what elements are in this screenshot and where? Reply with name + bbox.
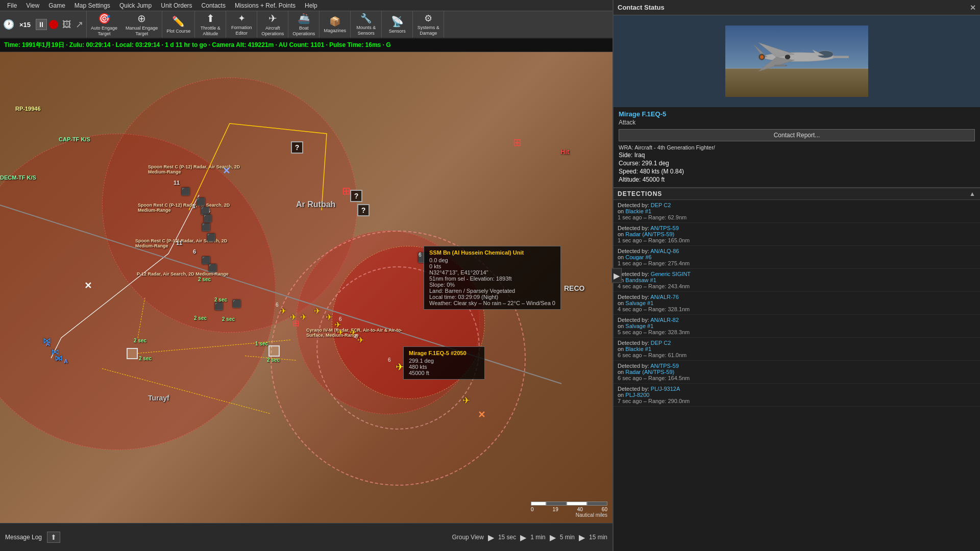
contact-status-title: Contact Status [618,4,665,11]
yellow-unit-2[interactable]: ✈ [290,312,297,322]
contact-status-close[interactable]: ✕ [970,4,976,12]
expand-map-button[interactable]: ▶ [611,268,622,283]
pointer-icon[interactable]: ↗ [76,19,83,30]
menu-contacts[interactable]: Contacts [198,1,230,10]
manual-engage-button[interactable]: ⊕ Manual EngageTarget [121,11,162,38]
det-by-1[interactable]: AN/TPS-59 [650,225,679,231]
magazines-button[interactable]: 📦 Magazines [320,11,350,38]
yellow-unit-3[interactable]: ✈ [300,312,307,322]
mounts-button[interactable]: 🔧 Mounts &Sensors [351,11,381,38]
det-on-8[interactable]: PLJ-8200 [625,392,649,398]
formation-editor-button[interactable]: ✦ FormationEditor [226,11,257,38]
menu-unit-orders[interactable]: Unit Orders [157,1,196,10]
waypoint-1[interactable] [127,348,138,359]
yellow-unit-5[interactable]: ✈ [326,312,332,322]
det-by-4[interactable]: AN/ALR-76 [650,294,679,300]
menu-game[interactable]: Game [44,1,69,10]
det-range-1: – Range: 165.0nm [644,237,690,243]
det-by-8[interactable]: PL/J-9312A [651,386,680,392]
crosshair-white-1[interactable]: ✕ [84,280,92,291]
menu-view[interactable]: View [22,1,43,10]
yellow-unit-1[interactable]: ✈ [280,306,286,316]
red-unit-6[interactable]: ⬛ [207,233,215,241]
mounts-label: Mounts &Sensors [356,25,376,36]
play-15min[interactable]: ▶ [579,533,585,542]
detections-list[interactable]: Detected by: DEP C2 on Blackie #1 1 sec … [614,200,980,551]
red-unit-3[interactable]: ⬛ [201,207,209,215]
aircraft-ops-button[interactable]: ✈ AircraftOperations [257,11,288,38]
red-unit-5[interactable]: ⬛ [202,223,210,231]
det-on-6[interactable]: Blackie #1 [625,346,651,352]
det-on-7[interactable]: Radar (AN/TPS-59) [625,369,674,375]
mounts-icon: 🔧 [360,13,372,24]
systems-damage-button[interactable]: ⚙ Systems &Damage [413,11,444,38]
boat-ops-label: BoatOperations [292,26,315,37]
contact-unit-name[interactable]: Mirage F.1EQ-5 [619,110,975,118]
det-time-4: 4 sec ago [618,306,642,312]
detections-collapse[interactable]: ▲ [969,190,976,197]
red-unit-4[interactable]: ⬛ [203,214,212,222]
unknown-unit-3[interactable]: ? [357,204,370,216]
blue-unit-1[interactable]: ⋈ [43,336,51,345]
red-unit-10[interactable]: ⬛ [214,302,223,310]
play-15sec[interactable]: ▶ [488,533,494,542]
det-time-5: 5 sec ago [618,329,642,335]
red-unit-2[interactable]: ⬛ [197,197,205,206]
yellow-unit-lone[interactable]: ✈ [462,395,470,406]
time-5min: 5 min [560,534,575,541]
crosshair-orange-1[interactable]: ✕ [478,409,485,420]
det-on-1[interactable]: Radar (AN/TPS-59) [625,231,674,237]
det-by-6[interactable]: DEP C2 [651,340,671,346]
menu-help[interactable]: Help [301,1,322,10]
det-by-5[interactable]: AN/ALR-82 [650,317,679,323]
speed-value: Speed: 480 kts (M 0.84) [619,168,684,175]
ssm-weather: Weather: Clear sky – No rain – 22°C – Wi… [429,300,555,306]
pause-button[interactable]: ⏸ [36,19,47,30]
scale-0: 0 [531,507,534,512]
det-on-5[interactable]: Salvage #1 [625,323,653,329]
det-on-2[interactable]: Cougar #6 [625,254,651,260]
record-button[interactable] [49,20,58,29]
auto-engage-button[interactable]: 🎯 Auto EngageTarget [87,11,121,38]
boat-ops-button[interactable]: 🚢 BoatOperations [288,11,319,38]
menu-quick-jump[interactable]: Quick Jump [115,1,156,10]
unknown-unit-2[interactable]: ? [350,190,362,202]
message-log-label[interactable]: Message Log [5,534,42,541]
det-on-0[interactable]: Blackie #1 [625,208,651,214]
red-unit-9[interactable]: ⬛ [232,299,241,308]
det-by-0[interactable]: DEP C2 [651,202,671,208]
red-unit-large-2[interactable]: ⊞ [513,136,522,148]
det-by-2[interactable]: AN/ALQ-86 [650,248,679,254]
map-area[interactable]: Ar Rutbah Turayf RP-19946 CAP-TF K/S DEC… [0,52,612,551]
info-row-altitude: Altitude: 45000 ft [619,176,975,183]
menu-missions[interactable]: Missions + Ref. Points [231,1,300,10]
play-1min[interactable]: ▶ [520,533,526,542]
contact-report-button[interactable]: Contact Report... [619,129,975,141]
red-unit-7[interactable]: ⬛ [202,256,210,264]
sensors-button[interactable]: 📡 Sensors [382,11,412,38]
yellow-unit-4[interactable]: ✈ [314,306,321,316]
wra-value: WRA: Aircraft - 4th Generation Fighter/ [619,144,715,151]
upload-button[interactable]: ⬆ [47,532,60,543]
plot-course-button[interactable]: ✏️ Plot Course [162,11,194,38]
ssm-terrain: Land: Barren / Sparsely Vegetated [429,288,555,294]
red-unit-8[interactable]: ⬛ [208,264,217,272]
det-by-3[interactable]: Generic SIGINT [651,271,691,277]
yellow-unit-7[interactable]: ✈ [337,328,344,337]
screenshot-icon[interactable]: 🖼 [62,19,71,30]
play-5min[interactable]: ▶ [550,533,556,542]
unknown-unit-1[interactable]: ? [291,141,303,154]
crosshair-blue-1[interactable]: ✕ [223,165,230,177]
yellow-unit-9[interactable]: ✈ [357,335,364,345]
det-by-7[interactable]: AN/TPS-59 [650,363,679,369]
waypoint-2[interactable] [268,345,280,357]
unit-count-label-w: 6 [388,357,391,363]
det-on-4[interactable]: Salvage #1 [625,300,653,306]
menu-file[interactable]: File [3,1,21,10]
throttle-button[interactable]: ⬆ Throttle &Altitude [195,11,226,38]
det-on-3[interactable]: Bandsaw #1 [625,277,656,283]
menu-map-settings[interactable]: Map Settings [70,1,114,10]
red-unit-1[interactable]: ⬛ [181,187,190,195]
blue-unit-3[interactable]: ⋈ [55,353,63,363]
red-unit-large-1[interactable]: ⊞ [342,185,351,197]
